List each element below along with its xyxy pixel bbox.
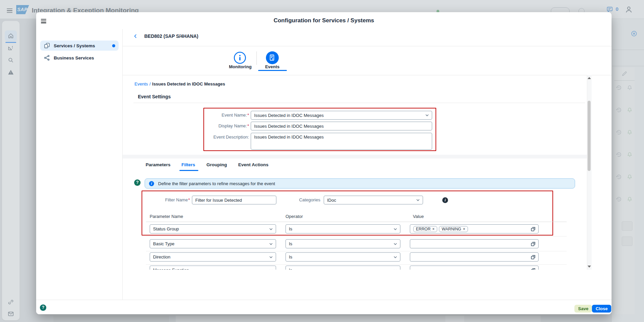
tab-monitoring-label[interactable]: Monitoring xyxy=(228,64,252,69)
scrollbar-thumb[interactable] xyxy=(588,101,591,171)
chevron-down-icon xyxy=(393,227,397,231)
value-help-icon[interactable] xyxy=(530,268,536,270)
info-icon: i xyxy=(149,181,154,186)
divider xyxy=(146,236,567,237)
divider xyxy=(123,46,612,46)
parameter-select[interactable]: Status Group xyxy=(150,224,276,233)
parameter-select[interactable]: Message Function xyxy=(150,266,276,270)
tab-events-indicator xyxy=(258,70,287,71)
selected-dot-icon xyxy=(112,44,115,47)
value-token: WARNING× xyxy=(439,226,468,232)
value-field[interactable] xyxy=(410,239,539,248)
chevron-down-icon xyxy=(269,268,273,270)
value-field[interactable] xyxy=(410,266,539,270)
save-button[interactable]: Save xyxy=(574,305,592,313)
sidebar-item-business-services[interactable]: Business Services xyxy=(40,53,119,63)
divider xyxy=(146,222,567,222)
operator-select[interactable]: Is xyxy=(286,252,400,262)
event-description-label: Event Description: xyxy=(181,134,249,140)
divider xyxy=(146,264,567,265)
section-title: Event Settings xyxy=(138,94,171,99)
chevron-down-icon xyxy=(269,242,273,246)
events-content: Events / Issues Detected in IDOC Message… xyxy=(123,75,612,270)
configuration-dialog: Configuration for Services / Systems Ser… xyxy=(36,12,612,314)
help-icon[interactable]: ? xyxy=(134,179,141,186)
divider xyxy=(146,251,567,251)
operator-select[interactable]: Is xyxy=(286,224,400,233)
detail-panel: BED802 (SAP S/4HANA) Monitoring Events E… xyxy=(123,29,612,300)
event-description-textarea[interactable]: Issues Detected in IDOC Messages xyxy=(251,133,432,150)
info-message-bar: i Define the filter parameters to refine… xyxy=(145,178,575,189)
value-field[interactable]: ERROR× WARNING× xyxy=(410,224,539,233)
chevron-down-icon xyxy=(393,268,397,270)
tab-events-label[interactable]: Events xyxy=(264,64,281,69)
event-name-label: Event Name:* xyxy=(181,113,249,118)
sidebar-item-label: Services / Systems xyxy=(54,43,95,48)
value-help-icon[interactable] xyxy=(530,254,536,260)
token-remove-icon[interactable]: × xyxy=(463,227,465,231)
breadcrumb-current: Issues Detected in IDOC Messages xyxy=(152,81,225,86)
dialog-footer: ? Save Close xyxy=(36,300,612,314)
chevron-down-icon xyxy=(425,113,429,117)
chevron-down-icon xyxy=(393,242,397,246)
info-message-text: Define the filter parameters to refine m… xyxy=(158,181,275,186)
breadcrumb-events-link[interactable]: Events xyxy=(134,81,148,86)
tab-filters[interactable]: Filters xyxy=(181,162,195,167)
filter-name-input[interactable] xyxy=(192,196,276,204)
filter-name-label: Filter Name* xyxy=(139,197,190,202)
chevron-down-icon xyxy=(393,255,397,259)
parameter-select[interactable]: Basic Type xyxy=(150,239,276,248)
value-help-icon[interactable] xyxy=(530,226,536,232)
systems-icon xyxy=(44,42,50,49)
tab-parameters[interactable]: Parameters xyxy=(146,162,171,167)
value-help-icon[interactable] xyxy=(530,241,536,247)
divider xyxy=(133,103,585,103)
tab-events[interactable] xyxy=(266,51,279,64)
tab-event-actions[interactable]: Event Actions xyxy=(238,162,269,167)
categories-select[interactable]: IDoc xyxy=(324,196,423,204)
operator-select[interactable]: Is xyxy=(286,266,400,270)
share-icon xyxy=(44,54,50,61)
column-header-value: Value xyxy=(413,214,424,219)
sidebar-item-label: Business Services xyxy=(54,55,94,60)
token-remove-icon[interactable]: × xyxy=(432,227,435,231)
column-header-operator: Operator xyxy=(286,214,303,219)
parameter-select[interactable]: Direction xyxy=(150,252,276,262)
system-title: BED802 (SAP S/4HANA) xyxy=(144,33,198,39)
back-button[interactable] xyxy=(133,33,138,39)
chevron-down-icon xyxy=(416,198,420,202)
display-name-label: Display Name:* xyxy=(181,123,249,128)
breadcrumb-separator: / xyxy=(149,81,151,86)
footer-help-icon[interactable]: ? xyxy=(40,304,46,311)
tab-grouping[interactable]: Grouping xyxy=(206,162,227,167)
dialog-title: Configuration for Services / Systems xyxy=(36,17,612,24)
dialog-sidebar: Services / Systems Business Services xyxy=(36,29,123,300)
categories-info-icon[interactable]: i xyxy=(442,197,448,203)
tab-monitoring[interactable] xyxy=(233,51,246,64)
operator-select[interactable]: Is xyxy=(286,239,400,248)
event-name-select[interactable]: Issues Detected in IDOC Messages xyxy=(251,111,432,120)
sidebar-item-services-systems[interactable]: Services / Systems xyxy=(40,41,119,51)
value-token: ERROR× xyxy=(413,226,437,232)
categories-label: Categories xyxy=(270,197,320,202)
column-header-parameter: Parameter Name xyxy=(150,214,183,219)
chevron-down-icon xyxy=(269,227,273,231)
scrollbar-down-icon[interactable] xyxy=(588,266,591,268)
panel-gap xyxy=(123,155,587,158)
breadcrumb: Events / Issues Detected in IDOC Message… xyxy=(134,81,225,87)
close-button[interactable]: Close xyxy=(592,305,611,313)
value-field[interactable] xyxy=(410,252,539,262)
tab-filters-indicator xyxy=(179,170,198,171)
scrollbar-up-icon[interactable] xyxy=(588,77,591,79)
chevron-down-icon xyxy=(269,255,273,259)
divider xyxy=(256,51,257,65)
display-name-input[interactable] xyxy=(251,122,432,130)
